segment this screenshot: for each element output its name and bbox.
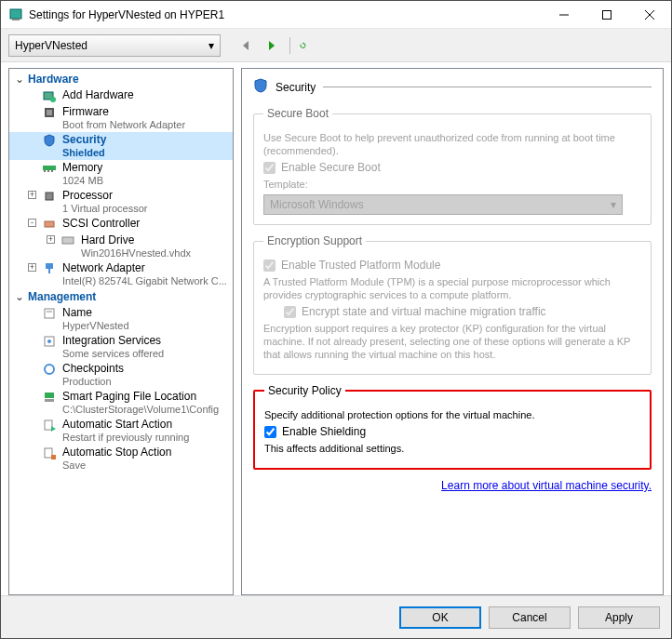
collapse-icon[interactable]: - xyxy=(28,219,36,227)
tree-item-memory[interactable]: Memory1024 MB xyxy=(9,160,233,188)
template-select: Microsoft Windows▾ xyxy=(263,194,623,215)
content-title: Security xyxy=(276,81,316,94)
svg-marker-30 xyxy=(51,426,56,432)
minimize-button[interactable] xyxy=(543,1,585,29)
tree-item-checkpoints[interactable]: CheckpointsProduction xyxy=(9,361,233,389)
encryption-desc: Encryption support requires a key protec… xyxy=(263,322,641,361)
app-icon xyxy=(8,7,23,22)
tree-item-processor[interactable]: +Processor1 Virtual processor xyxy=(9,188,233,216)
body: ⌄Hardware Add Hardware FirmwareBoot from… xyxy=(1,62,671,595)
settings-window: Settings for HyperVNested on HYPER1 Hype… xyxy=(0,0,672,639)
tree-item-paging[interactable]: Smart Paging File LocationC:\ClusterStor… xyxy=(9,389,233,417)
nav-forward-button[interactable] xyxy=(263,37,280,54)
security-policy-group: Security Policy Specify additional prote… xyxy=(253,384,652,470)
svg-rect-18 xyxy=(45,221,54,227)
tree-item-name[interactable]: NameHyperVNested xyxy=(9,305,233,333)
tree-item-autostart[interactable]: Automatic Start ActionRestart if previou… xyxy=(9,417,233,445)
svg-marker-7 xyxy=(269,41,275,50)
svg-rect-19 xyxy=(62,237,74,244)
secure-boot-desc: Use Secure Boot to help prevent unauthor… xyxy=(263,131,641,157)
add-hardware-icon xyxy=(42,88,57,103)
svg-rect-32 xyxy=(51,455,56,459)
expand-icon[interactable]: + xyxy=(28,191,36,199)
svg-rect-27 xyxy=(45,393,54,398)
tree-item-add-hardware[interactable]: Add Hardware xyxy=(9,87,233,104)
paging-icon xyxy=(42,390,57,405)
svg-rect-14 xyxy=(44,170,46,172)
template-label: Template: xyxy=(263,178,641,191)
secure-boot-legend: Secure Boot xyxy=(263,107,332,120)
svg-rect-13 xyxy=(43,166,56,170)
nav-back-button[interactable] xyxy=(237,37,254,54)
enable-tpm-checkbox: Enable Trusted Platform Module xyxy=(263,259,641,272)
toolbar: HyperVNested ▾ xyxy=(1,29,671,62)
scsi-icon xyxy=(42,217,57,232)
svg-rect-1 xyxy=(12,19,20,20)
refresh-button[interactable] xyxy=(289,37,306,54)
enable-shielding-checkbox[interactable]: Enable Shielding xyxy=(264,425,640,438)
memory-icon xyxy=(42,161,57,176)
svg-marker-6 xyxy=(243,41,249,50)
dialog-footer: OK Cancel Apply xyxy=(1,595,671,638)
window-title: Settings for HyperVNested on HYPER1 xyxy=(29,8,543,21)
apply-button[interactable]: Apply xyxy=(578,606,660,629)
tree-item-network[interactable]: +Network AdapterIntel(R) 82574L Gigabit … xyxy=(9,260,233,288)
tree-item-security[interactable]: SecurityShielded xyxy=(9,132,233,160)
vm-selector[interactable]: HyperVNested ▾ xyxy=(8,34,221,57)
svg-rect-29 xyxy=(45,420,52,430)
svg-rect-12 xyxy=(47,110,52,115)
encryption-legend: Encryption Support xyxy=(263,234,366,247)
category-management[interactable]: ⌄Management xyxy=(9,288,233,305)
checkpoints-icon xyxy=(42,362,57,377)
shield-icon xyxy=(253,78,268,96)
navigation-tree[interactable]: ⌄Hardware Add Hardware FirmwareBoot from… xyxy=(8,68,234,595)
svg-rect-15 xyxy=(47,170,49,172)
expand-icon[interactable]: + xyxy=(28,263,36,272)
svg-rect-31 xyxy=(45,448,52,458)
network-icon xyxy=(42,261,57,276)
encryption-group: Encryption Support Enable Trusted Platfo… xyxy=(253,234,652,375)
content-header: Security xyxy=(253,78,652,96)
svg-rect-21 xyxy=(48,269,50,273)
svg-rect-3 xyxy=(603,10,612,19)
tree-item-integration[interactable]: Integration ServicesSome services offere… xyxy=(9,333,233,361)
shield-icon xyxy=(42,133,57,148)
autostop-icon xyxy=(42,446,57,460)
integration-icon xyxy=(42,334,57,349)
svg-rect-16 xyxy=(51,170,53,172)
svg-rect-20 xyxy=(46,263,53,269)
svg-point-25 xyxy=(47,339,51,343)
tree-item-firmware[interactable]: FirmwareBoot from Network Adapter xyxy=(9,104,233,132)
secure-boot-group: Secure Boot Use Secure Boot to help prev… xyxy=(253,107,652,225)
harddrive-icon xyxy=(60,233,75,248)
tree-item-harddrive[interactable]: +Hard DriveWin2016HVnested.vhdx xyxy=(9,233,233,260)
chevron-down-icon: ▾ xyxy=(611,198,616,211)
encrypt-state-checkbox: Encrypt state and virtual machine migrat… xyxy=(284,305,641,318)
maximize-button[interactable] xyxy=(585,1,628,29)
firmware-icon xyxy=(42,105,57,120)
vm-selector-value: HyperVNested xyxy=(15,39,87,52)
expand-icon[interactable]: + xyxy=(47,235,55,244)
tree-item-scsi[interactable]: -SCSI Controller xyxy=(9,216,233,233)
cancel-button[interactable]: Cancel xyxy=(489,606,571,629)
content-pane: Security Secure Boot Use Secure Boot to … xyxy=(241,68,664,595)
svg-rect-22 xyxy=(45,309,54,318)
policy-desc: Specify additional protection options fo… xyxy=(264,408,640,421)
titlebar: Settings for HyperVNested on HYPER1 xyxy=(1,1,671,29)
ok-button[interactable]: OK xyxy=(399,606,481,629)
learn-more-link[interactable]: Learn more about virtual machine securit… xyxy=(253,479,652,492)
autostart-icon xyxy=(42,418,57,433)
tree-item-autostop[interactable]: Automatic Stop ActionSave xyxy=(9,445,233,473)
processor-icon xyxy=(42,189,57,204)
enable-secure-boot-checkbox: Enable Secure Boot xyxy=(263,161,641,174)
svg-rect-17 xyxy=(46,193,53,200)
tpm-desc: A Trusted Platform Module (TPM) is a spe… xyxy=(263,275,641,301)
collapse-icon: ⌄ xyxy=(15,73,24,86)
close-button[interactable] xyxy=(628,1,671,29)
chevron-down-icon: ▾ xyxy=(208,39,214,52)
svg-rect-28 xyxy=(45,399,54,402)
policy-note: This affects additional settings. xyxy=(264,442,640,455)
collapse-icon: ⌄ xyxy=(15,290,24,303)
svg-rect-0 xyxy=(10,9,21,19)
category-hardware[interactable]: ⌄Hardware xyxy=(9,71,233,87)
